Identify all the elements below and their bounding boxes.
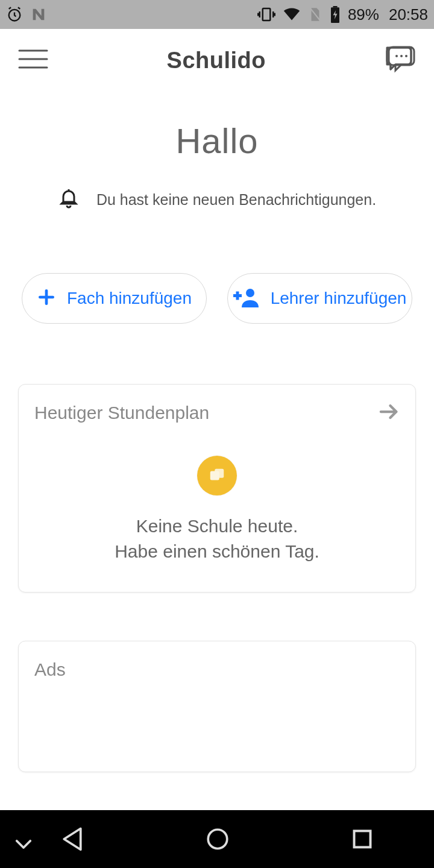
svg-rect-18 — [215, 469, 224, 478]
ads-title: Ads — [34, 659, 400, 680]
add-subject-button[interactable]: Fach hinzufügen — [22, 273, 207, 324]
add-teacher-button[interactable]: Lehrer hinzufügen — [227, 273, 412, 324]
quick-actions: Fach hinzufügen Lehrer hinzufügen — [0, 273, 434, 324]
svg-point-9 — [400, 55, 403, 57]
svg-point-13 — [246, 289, 254, 297]
back-button[interactable] — [61, 827, 84, 851]
recents-button[interactable] — [351, 828, 373, 850]
wifi-icon — [283, 7, 301, 22]
vibrate-icon — [257, 7, 275, 22]
greeting-text: Hallo — [0, 121, 434, 161]
arrow-right-icon — [379, 403, 400, 423]
no-sim-icon — [308, 7, 322, 22]
timetable-empty-message: Keine Schule heute. Habe einen schönen T… — [34, 514, 400, 564]
notification-text: Du hast keine neuen Benachrichtigungen. — [96, 191, 376, 209]
svg-point-19 — [208, 829, 227, 849]
clock-time: 20:58 — [389, 5, 428, 24]
n-icon — [30, 6, 47, 23]
person-add-icon — [233, 287, 260, 310]
alarm-icon — [6, 6, 23, 23]
bell-icon — [58, 186, 80, 213]
app-header: Schulido — [0, 29, 434, 92]
svg-rect-20 — [354, 831, 371, 848]
ads-card: Ads — [18, 641, 416, 772]
battery-charging-icon — [330, 6, 341, 23]
svg-rect-3 — [333, 6, 337, 7]
timetable-title: Heutiger Stundenplan — [34, 403, 209, 423]
svg-point-10 — [405, 55, 407, 57]
svg-rect-15 — [236, 292, 239, 300]
schedule-empty-icon — [197, 456, 237, 495]
add-teacher-label: Lehrer hinzufügen — [271, 289, 407, 308]
app-title: Schulido — [167, 48, 266, 74]
android-nav-bar — [0, 810, 434, 868]
plus-icon — [37, 288, 56, 309]
chat-button[interactable] — [385, 45, 416, 75]
battery-percentage: 89% — [348, 5, 379, 24]
svg-rect-1 — [263, 8, 271, 20]
android-status-bar: 89% 20:58 — [0, 0, 434, 29]
svg-point-8 — [395, 55, 398, 57]
timetable-card[interactable]: Heutiger Stundenplan Keine Schule heute.… — [18, 384, 416, 593]
menu-button[interactable] — [18, 49, 48, 72]
ime-switch-icon[interactable] — [14, 838, 33, 850]
add-subject-label: Fach hinzufügen — [67, 289, 192, 308]
hero-section: Hallo Du hast keine neuen Benachrichtigu… — [0, 92, 434, 213]
home-button[interactable] — [205, 826, 230, 852]
